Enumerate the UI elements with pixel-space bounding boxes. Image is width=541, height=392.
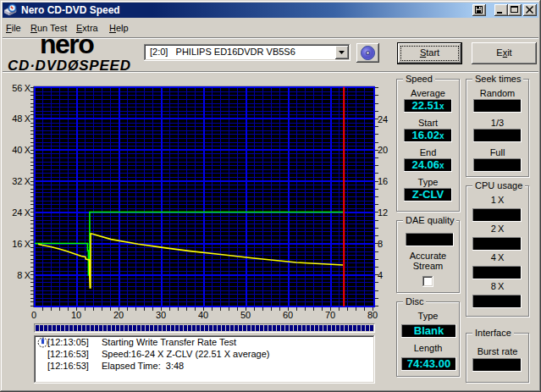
svg-text:8: 8 [378,239,383,249]
svg-text:50: 50 [240,310,251,320]
svg-text:70: 70 [325,310,335,320]
svg-text:12: 12 [378,207,388,218]
svg-text:30: 30 [156,310,166,320]
svg-text:80: 80 [367,310,378,320]
svg-text:40: 40 [198,310,208,320]
svg-text:16: 16 [378,176,388,186]
svg-text:16 X: 16 X [12,239,30,249]
svg-text:20: 20 [378,145,388,155]
svg-text:40 X: 40 X [12,145,30,155]
svg-text:20: 20 [113,310,124,320]
svg-text:32 X: 32 X [12,176,30,186]
svg-text:48 X: 48 X [12,113,30,124]
svg-text:4: 4 [378,270,383,280]
svg-text:8 X: 8 X [17,270,30,280]
svg-text:60: 60 [283,310,293,320]
svg-text:56 X: 56 X [12,83,30,93]
svg-text:24 X: 24 X [12,207,30,218]
svg-text:10: 10 [71,310,81,320]
svg-text:24: 24 [378,114,388,124]
svg-text:0: 0 [31,310,36,320]
